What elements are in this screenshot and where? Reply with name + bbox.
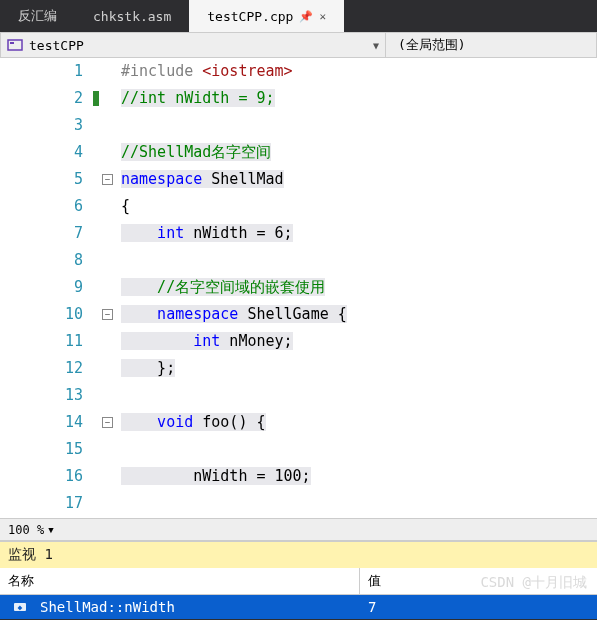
project-icon [7,37,23,53]
scope-left-dropdown[interactable]: testCPP ▼ [1,33,386,57]
chevron-down-icon: ▼ [373,40,379,51]
tab-chkstk[interactable]: chkstk.asm [75,0,189,32]
watch-row[interactable]: ◆ ShellMad::nWidth 7 [0,595,597,619]
code-line[interactable]: //名字空间域的嵌套使用 [105,274,597,301]
code-line[interactable]: //ShellMad名字空间 [105,139,597,166]
code-line[interactable]: nWidth = 100; [105,463,597,490]
code-line[interactable]: { [105,193,597,220]
line-number: 13 [0,382,101,409]
line-number: 10− [0,301,101,328]
scope-right-dropdown[interactable]: (全局范围) [386,33,596,57]
tab-disassembly[interactable]: 反汇编 [0,0,75,32]
change-mark-icon [93,91,99,106]
zoom-value: 100 % [8,523,44,537]
watch-var-value: 7 [360,599,597,615]
line-number: 5− [0,166,101,193]
chevron-down-icon: ▼ [48,525,53,535]
code-line[interactable] [105,382,597,409]
line-number: 11 [0,328,101,355]
line-number: 2 [0,85,101,112]
line-number: 17 [0,490,101,517]
line-number: 8 [0,247,101,274]
code-line[interactable]: void foo() { [105,409,597,436]
scope-right-text: (全局范围) [398,36,584,54]
watch-col-value[interactable]: 值 [360,568,597,594]
line-number: 15 [0,436,101,463]
line-number: 9 [0,274,101,301]
line-number: 6 [0,193,101,220]
code-editor[interactable]: 12345−678910−11121314−151617 #include <i… [0,58,597,518]
pin-icon[interactable]: 📌 [299,10,313,23]
code-line[interactable]: namespace ShellMad [105,166,597,193]
svg-rect-0 [8,40,22,50]
code-line[interactable]: //int nWidth = 9; [105,85,597,112]
watch-var-name: ShellMad::nWidth [40,599,360,615]
line-number: 16 [0,463,101,490]
line-number: 12 [0,355,101,382]
code-line[interactable]: namespace ShellGame { [105,301,597,328]
code-line[interactable]: int nWidth = 6; [105,220,597,247]
tab-testcpp[interactable]: testCPP.cpp 📌 ✕ [189,0,344,32]
code-line[interactable] [105,490,597,517]
code-line[interactable]: #include <iostream> [105,58,597,85]
tab-bar: 反汇编 chkstk.asm testCPP.cpp 📌 ✕ [0,0,597,32]
line-number: 14− [0,409,101,436]
code-line[interactable] [105,436,597,463]
close-icon[interactable]: ✕ [319,10,326,23]
svg-text:◆: ◆ [18,603,23,612]
code-line[interactable] [105,112,597,139]
code-line[interactable]: int nMoney; [105,328,597,355]
code-line[interactable] [105,247,597,274]
watch-col-name[interactable]: 名称 [0,568,360,594]
line-number: 7 [0,220,101,247]
line-number: 4 [0,139,101,166]
watch-header: 名称 值 [0,568,597,595]
scope-toolbar: testCPP ▼ (全局范围) [0,32,597,58]
scope-left-text: testCPP [29,38,367,53]
variable-icon: ◆ [0,599,40,615]
line-number: 3 [0,112,101,139]
code-area[interactable]: #include <iostream>//int nWidth = 9;//Sh… [105,58,597,518]
line-number: 1 [0,58,101,85]
code-line[interactable]: }; [105,355,597,382]
line-gutter: 12345−678910−11121314−151617 [0,58,105,518]
zoom-control[interactable]: 100 % ▼ [0,518,597,540]
svg-rect-1 [10,42,14,44]
watch-panel-title: 监视 1 [0,540,597,568]
